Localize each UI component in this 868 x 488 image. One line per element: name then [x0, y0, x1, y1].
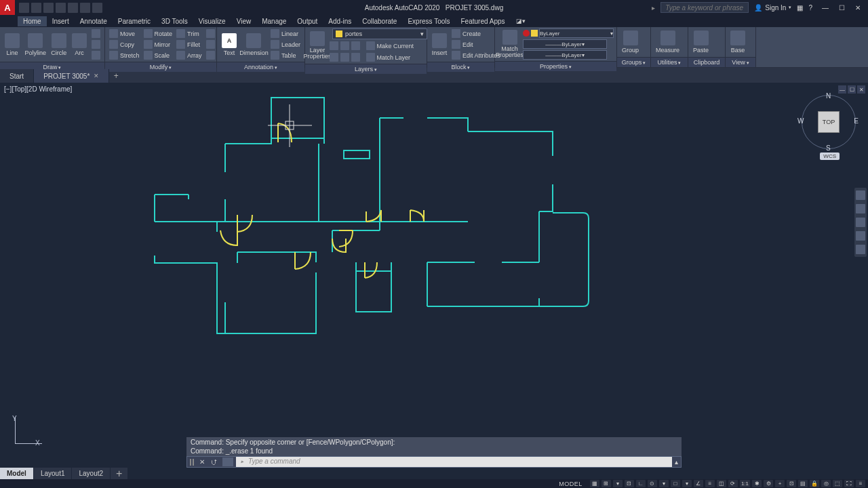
qat-plot-icon[interactable]	[68, 3, 78, 13]
command-window[interactable]: Command: Specify opposite corner or [Fen…	[186, 437, 682, 468]
group-button[interactable]: Group	[620, 30, 641, 54]
modify-extra-3[interactable]	[205, 50, 216, 60]
close-button[interactable]: ✕	[850, 2, 865, 13]
tab-addins[interactable]: Add-ins	[323, 16, 357, 26]
layer-dropdown[interactable]: portes▾	[332, 28, 427, 39]
status-customize-icon[interactable]: ≡	[856, 480, 865, 487]
command-input[interactable]: ▸ Type a command	[236, 457, 672, 467]
qat-saveas-icon[interactable]	[56, 3, 66, 13]
wcs-badge[interactable]: WCS	[820, 152, 840, 160]
nav-pan-icon[interactable]	[856, 204, 865, 214]
tab-view[interactable]: View	[231, 16, 257, 26]
status-lockui-icon[interactable]: 🔒	[810, 480, 819, 487]
tab-output[interactable]: Output	[292, 16, 323, 26]
modify-extra-2[interactable]	[205, 39, 216, 49]
lineweight-dropdown[interactable]: ——— ByLayer ▾	[523, 39, 607, 49]
line-button[interactable]: Line	[3, 33, 22, 57]
viewcube-north[interactable]: N	[826, 92, 831, 100]
status-3dosnap-icon[interactable]: ▾	[682, 480, 692, 487]
qat-undo-icon[interactable]	[80, 3, 90, 13]
draw-extra-1[interactable]	[90, 28, 102, 39]
nav-showmotion-icon[interactable]	[856, 245, 865, 254]
create-block-button[interactable]: Create	[450, 28, 502, 39]
app-logo[interactable]: A	[0, 0, 15, 15]
edit-block-button[interactable]: Edit	[450, 39, 502, 49]
table-button[interactable]: Table	[269, 50, 302, 60]
edit-attributes-button[interactable]: Edit Attributes	[450, 50, 502, 60]
tab-featuredapps[interactable]: Featured Apps	[456, 16, 511, 26]
linetype-dropdown[interactable]: ——— ByLayer ▾	[523, 50, 607, 60]
tab-3dtools[interactable]: 3D Tools	[156, 16, 193, 26]
status-gear-icon[interactable]: ⚙	[764, 480, 773, 487]
paste-button[interactable]: Paste	[691, 30, 711, 54]
tab-expresstools[interactable]: Express Tools	[402, 16, 455, 26]
status-transparency-icon[interactable]: ◫	[717, 480, 726, 487]
status-quickprops-icon[interactable]: ▤	[798, 480, 808, 487]
tab-home[interactable]: Home	[18, 16, 47, 26]
tab-collaborate[interactable]: Collaborate	[357, 16, 402, 26]
command-grip-icon[interactable]	[187, 459, 197, 466]
move-button[interactable]: Move	[108, 28, 141, 39]
viewcube-top-face[interactable]: TOP	[818, 111, 840, 133]
command-expand-icon[interactable]: ▴	[672, 458, 681, 466]
copy-button[interactable]: Copy	[108, 39, 141, 49]
layout-add-button[interactable]: +	[111, 468, 127, 480]
layout-model[interactable]: Model	[0, 468, 34, 479]
panel-layers-title[interactable]: Layers	[355, 66, 377, 73]
autodesk-app-icon[interactable]: ▦	[797, 4, 803, 12]
status-lineweight-icon[interactable]: ≡	[705, 480, 715, 487]
status-infer-icon[interactable]: ▾	[613, 480, 623, 487]
viewcube-west[interactable]: W	[797, 117, 804, 125]
trim-button[interactable]: Trim	[175, 28, 203, 39]
status-dynamic-icon[interactable]: ⊡	[625, 480, 634, 487]
arc-button[interactable]: Arc	[70, 33, 89, 57]
status-ortho-icon[interactable]: ∟	[636, 480, 646, 487]
search-input[interactable]	[660, 2, 749, 13]
tab-manage[interactable]: Manage	[256, 16, 292, 26]
close-file-tab-icon[interactable]: ✕	[94, 73, 99, 79]
measure-button[interactable]: Measure	[654, 30, 682, 54]
tab-insert[interactable]: Insert	[47, 16, 75, 26]
circle-button[interactable]: Circle	[50, 33, 68, 57]
tab-annotate[interactable]: Annotate	[75, 16, 113, 26]
viewcube-south[interactable]: S	[826, 144, 831, 152]
status-units-icon[interactable]: ⊡	[787, 480, 796, 487]
nav-orbit-icon[interactable]	[856, 231, 865, 241]
viewcube-east[interactable]: E	[854, 117, 859, 125]
scale-button[interactable]: Scale	[142, 50, 174, 60]
status-snap-icon[interactable]: ⊞	[601, 480, 611, 487]
status-cycling-icon[interactable]: ⟳	[728, 480, 738, 487]
status-otrack-icon[interactable]: ∠	[694, 480, 703, 487]
status-annomonitor-icon[interactable]: ✱	[752, 480, 762, 487]
infocenter-arrow-icon[interactable]: ▸	[652, 4, 655, 12]
make-current-button[interactable]: Make Current	[328, 41, 427, 51]
status-osnap-icon[interactable]: □	[671, 480, 680, 487]
signin-button[interactable]: 👤 Sign In ▾	[754, 4, 791, 12]
qat-save-icon[interactable]	[43, 3, 54, 13]
tab-parametric[interactable]: Parametric	[113, 16, 156, 26]
linear-button[interactable]: Linear	[269, 28, 302, 39]
match-layer-button[interactable]: Match Layer	[328, 52, 427, 62]
draw-extra-2[interactable]	[90, 39, 102, 49]
panel-properties-title[interactable]: Properties	[540, 63, 572, 70]
status-model[interactable]: MODEL	[557, 480, 584, 487]
text-button[interactable]: AText	[220, 33, 239, 57]
dimension-button[interactable]: Dimension	[240, 33, 268, 57]
color-dropdown[interactable]: ByLayer▾	[539, 28, 614, 38]
panel-view-title[interactable]: View	[732, 59, 749, 66]
polyline-button[interactable]: Polyline	[23, 33, 48, 57]
status-workspace-icon[interactable]: +	[775, 480, 785, 487]
nav-wheel-icon[interactable]	[856, 190, 865, 200]
status-hardware-icon[interactable]: ⬚	[833, 480, 842, 487]
layer-properties-button[interactable]: Layer Properties	[308, 30, 327, 60]
maximize-button[interactable]: ☐	[834, 2, 849, 13]
status-annoscale[interactable]: 1:1	[740, 480, 750, 487]
qat-redo-icon[interactable]	[92, 3, 102, 13]
qat-new-icon[interactable]	[19, 3, 29, 13]
panel-annotation-title[interactable]: Annotation	[244, 64, 277, 70]
modify-extra-1[interactable]	[205, 28, 216, 39]
status-isolate-icon[interactable]: ◎	[821, 480, 831, 487]
layout-layout1[interactable]: Layout1	[34, 468, 73, 479]
status-polar-icon[interactable]: ⊙	[648, 480, 657, 487]
qat-open-icon[interactable]	[31, 3, 41, 13]
